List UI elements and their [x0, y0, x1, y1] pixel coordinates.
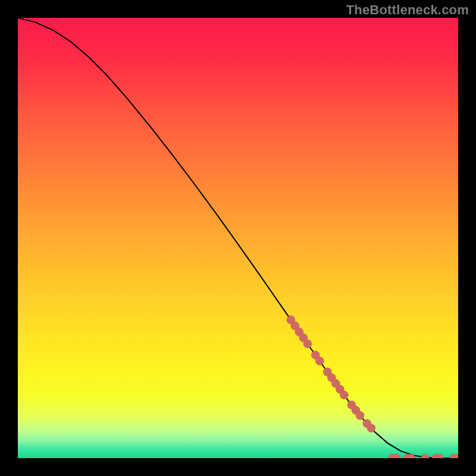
data-dot	[303, 340, 312, 348]
gradient-background	[18, 18, 458, 458]
plot-area	[18, 18, 458, 458]
data-dot	[340, 391, 348, 399]
data-dot	[367, 424, 375, 433]
chart-frame: TheBottleneck.com	[0, 0, 476, 476]
data-dot	[356, 411, 364, 419]
data-dot	[315, 357, 324, 365]
watermark-text: TheBottleneck.com	[346, 2, 469, 18]
chart-svg	[18, 18, 458, 458]
